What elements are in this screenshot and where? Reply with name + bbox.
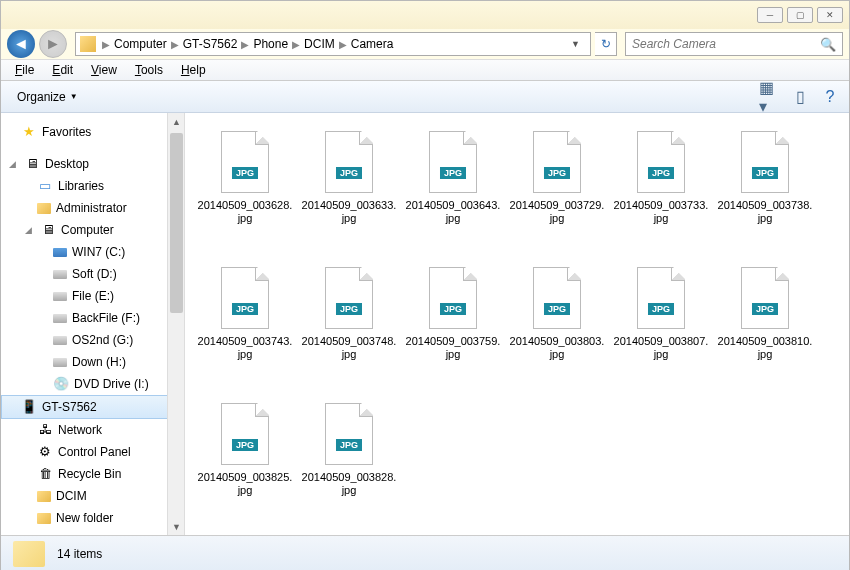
chevron-right-icon[interactable]: ▶ xyxy=(337,39,349,50)
file-item[interactable]: JPG20140509_003807.jpg xyxy=(609,261,713,397)
chevron-right-icon[interactable]: ▶ xyxy=(169,39,181,50)
file-name: 20140509_003759.jpg xyxy=(405,335,501,361)
jpg-file-icon: JPG xyxy=(637,267,685,329)
address-dropdown[interactable]: ▼ xyxy=(565,39,586,49)
navigation-bar: ◄ ► ▶ Computer ▶ GT-S7562 ▶ Phone ▶ DCIM… xyxy=(1,29,849,59)
folder-icon xyxy=(37,203,51,214)
menu-file[interactable]: File xyxy=(7,61,42,79)
folder-icon xyxy=(37,491,51,502)
breadcrumb-segment[interactable]: Computer xyxy=(112,37,169,51)
organize-button[interactable]: Organize ▼ xyxy=(9,87,86,107)
file-grid[interactable]: JPG20140509_003628.jpgJPG20140509_003633… xyxy=(185,113,849,535)
sidebar-item-network[interactable]: 🖧 Network xyxy=(1,419,184,441)
sidebar-label: Favorites xyxy=(42,123,91,141)
minimize-button[interactable]: ─ xyxy=(757,7,783,23)
sidebar-item-control-panel[interactable]: ⚙ Control Panel xyxy=(1,441,184,463)
file-item[interactable]: JPG20140509_003633.jpg xyxy=(297,125,401,261)
file-item[interactable]: JPG20140509_003803.jpg xyxy=(505,261,609,397)
address-bar[interactable]: ▶ Computer ▶ GT-S7562 ▶ Phone ▶ DCIM ▶ C… xyxy=(75,32,591,56)
sidebar-label: GT-S7562 xyxy=(42,398,97,416)
sidebar-item-administrator[interactable]: Administrator xyxy=(1,197,184,219)
file-item[interactable]: JPG20140509_003643.jpg xyxy=(401,125,505,261)
file-item[interactable]: JPG20140509_003729.jpg xyxy=(505,125,609,261)
file-name: 20140509_003743.jpg xyxy=(197,335,293,361)
file-item[interactable]: JPG20140509_003743.jpg xyxy=(193,261,297,397)
chevron-right-icon[interactable]: ▶ xyxy=(290,39,302,50)
jpg-file-icon: JPG xyxy=(429,131,477,193)
file-name: 20140509_003628.jpg xyxy=(197,199,293,225)
scroll-down-icon[interactable]: ▼ xyxy=(168,518,185,535)
file-name: 20140509_003738.jpg xyxy=(717,199,813,225)
sidebar-item-desktop[interactable]: ◢ 🖥 Desktop xyxy=(1,153,184,175)
file-item[interactable]: JPG20140509_003759.jpg xyxy=(401,261,505,397)
collapse-icon[interactable]: ◢ xyxy=(9,155,19,173)
file-item[interactable]: JPG20140509_003738.jpg xyxy=(713,125,817,261)
sidebar-label: Desktop xyxy=(45,155,89,173)
file-item[interactable]: JPG20140509_003733.jpg xyxy=(609,125,713,261)
search-input[interactable] xyxy=(632,37,820,51)
item-count: 14 items xyxy=(57,547,102,561)
sidebar-label: DVD Drive (I:) xyxy=(74,375,149,393)
breadcrumb-segment[interactable]: DCIM xyxy=(302,37,337,51)
maximize-button[interactable]: ▢ xyxy=(787,7,813,23)
menu-help[interactable]: Help xyxy=(173,61,214,79)
sidebar-item-gts7562[interactable]: 📱 GT-S7562 xyxy=(1,395,184,419)
sidebar-item-drive-c[interactable]: WIN7 (C:) xyxy=(1,241,184,263)
sidebar-label: Recycle Bin xyxy=(58,465,121,483)
jpg-file-icon: JPG xyxy=(221,267,269,329)
breadcrumb-segment[interactable]: Camera xyxy=(349,37,396,51)
breadcrumb-segment[interactable]: Phone xyxy=(251,37,290,51)
help-button[interactable]: ? xyxy=(819,87,841,107)
search-icon[interactable]: 🔍 xyxy=(820,37,836,52)
scroll-thumb[interactable] xyxy=(170,133,183,313)
back-button[interactable]: ◄ xyxy=(7,30,35,58)
folder-icon xyxy=(37,513,51,524)
navigation-pane[interactable]: ★ Favorites ◢ 🖥 Desktop ▭ Libraries Admi… xyxy=(1,113,185,535)
collapse-icon[interactable]: ◢ xyxy=(25,221,35,239)
sidebar-scrollbar[interactable]: ▲ ▼ xyxy=(167,113,184,535)
sidebar-item-dvd[interactable]: 💿 DVD Drive (I:) xyxy=(1,373,184,395)
file-item[interactable]: JPG20140509_003810.jpg xyxy=(713,261,817,397)
breadcrumb-segment[interactable]: GT-S7562 xyxy=(181,37,240,51)
jpg-file-icon: JPG xyxy=(325,131,373,193)
file-name: 20140509_003748.jpg xyxy=(301,335,397,361)
sidebar-item-dcim[interactable]: DCIM xyxy=(1,485,184,507)
refresh-button[interactable]: ↻ xyxy=(595,32,617,56)
menu-edit[interactable]: Edit xyxy=(44,61,81,79)
drive-icon xyxy=(53,336,67,345)
sidebar-item-new-folder[interactable]: New folder xyxy=(1,507,184,529)
preview-pane-button[interactable]: ▯ xyxy=(789,87,811,107)
view-options-button[interactable]: ▦ ▾ xyxy=(759,87,781,107)
sidebar-label: File (E:) xyxy=(72,287,114,305)
scroll-up-icon[interactable]: ▲ xyxy=(168,113,185,130)
sidebar-item-computer[interactable]: ◢ 🖥 Computer xyxy=(1,219,184,241)
file-item[interactable]: JPG20140509_003628.jpg xyxy=(193,125,297,261)
sidebar-label: Control Panel xyxy=(58,443,131,461)
sidebar-label: New folder xyxy=(56,509,113,527)
control-panel-icon: ⚙ xyxy=(37,444,53,460)
sidebar-label: DCIM xyxy=(56,487,87,505)
jpg-file-icon: JPG xyxy=(221,403,269,465)
sidebar-item-drive-g[interactable]: OS2nd (G:) xyxy=(1,329,184,351)
drive-icon xyxy=(53,248,67,257)
menu-view[interactable]: View xyxy=(83,61,125,79)
sidebar-item-drive-d[interactable]: Soft (D:) xyxy=(1,263,184,285)
chevron-right-icon[interactable]: ▶ xyxy=(100,39,112,50)
sidebar-label: Libraries xyxy=(58,177,104,195)
close-button[interactable]: ✕ xyxy=(817,7,843,23)
file-item[interactable]: JPG20140509_003748.jpg xyxy=(297,261,401,397)
chevron-right-icon[interactable]: ▶ xyxy=(239,39,251,50)
menu-tools[interactable]: Tools xyxy=(127,61,171,79)
sidebar-item-drive-h[interactable]: Down (H:) xyxy=(1,351,184,373)
sidebar-item-recycle-bin[interactable]: 🗑 Recycle Bin xyxy=(1,463,184,485)
sidebar-label: WIN7 (C:) xyxy=(72,243,125,261)
forward-button[interactable]: ► xyxy=(39,30,67,58)
sidebar-item-drive-f[interactable]: BackFile (F:) xyxy=(1,307,184,329)
file-item[interactable]: JPG20140509_003828.jpg xyxy=(297,397,401,533)
sidebar-item-favorites[interactable]: ★ Favorites xyxy=(1,121,184,143)
file-item[interactable]: JPG20140509_003825.jpg xyxy=(193,397,297,533)
explorer-window: ─ ▢ ✕ ◄ ► ▶ Computer ▶ GT-S7562 ▶ Phone … xyxy=(0,0,850,570)
sidebar-item-drive-e[interactable]: File (E:) xyxy=(1,285,184,307)
sidebar-item-libraries[interactable]: ▭ Libraries xyxy=(1,175,184,197)
search-box[interactable]: 🔍 xyxy=(625,32,843,56)
